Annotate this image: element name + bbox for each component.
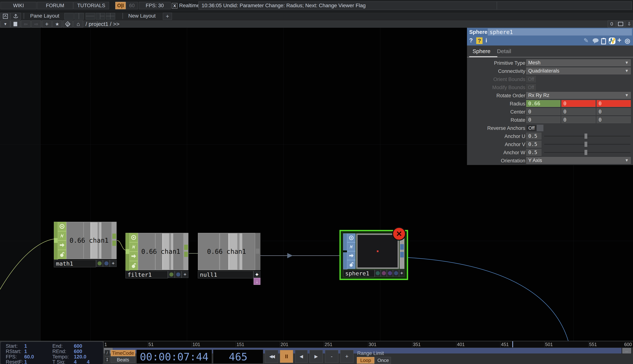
viewer-flag[interactable] (129, 233, 138, 242)
tab-sphere[interactable]: Sphere (472, 48, 490, 54)
sphere1-dot-1[interactable] (375, 270, 381, 277)
filter1-output-connector-2[interactable] (184, 252, 188, 257)
tab-detail[interactable]: Detail (497, 48, 511, 54)
breadcrumb[interactable]: / project1 / >> (86, 21, 119, 27)
node-math1[interactable]: 0.66 chan1 math1 ✦ (54, 222, 117, 267)
primitive-type-dropdown[interactable]: Mesh▼ (526, 59, 631, 66)
add-layout-button[interactable]: + (163, 13, 172, 20)
sphere1-dot-4[interactable] (393, 270, 399, 277)
math1-green-dot[interactable] (96, 260, 103, 267)
layout-left-right-split-button[interactable] (96, 13, 105, 20)
orientation-dropdown[interactable]: Y Axis▼ (526, 157, 631, 164)
lock-flag[interactable] (58, 250, 66, 259)
absolute-frame-button[interactable]: / (105, 350, 110, 356)
anchor-v-slider-handle[interactable] (584, 142, 587, 147)
forum-button[interactable]: FORUM (37, 2, 73, 9)
pane-type-dropdown[interactable]: ▼ (1, 20, 10, 28)
fps-display[interactable]: FPS: 30 (139, 2, 171, 9)
layout-quad-button[interactable] (106, 13, 115, 20)
null1-export-button[interactable]: ↓ (254, 278, 260, 285)
tsig-a-value[interactable]: 4 (74, 359, 77, 364)
sphere1-viewer[interactable] (356, 234, 399, 269)
bypass-flag[interactable] (129, 242, 138, 252)
operator-name-input[interactable]: sphere1 (488, 28, 632, 36)
loop-button[interactable]: Loop (357, 357, 374, 364)
realtime-checkbox[interactable]: X (172, 3, 178, 9)
decrement-button[interactable]: - (325, 350, 338, 363)
anchor-v-slider-track[interactable] (544, 144, 630, 145)
lock-flag[interactable] (129, 261, 138, 270)
anchor-u-field[interactable]: 0.5 (526, 132, 541, 140)
layout-single-button[interactable] (65, 13, 74, 20)
save-layout-button[interactable] (11, 13, 21, 20)
sphere1-add-comment[interactable]: ✦ (399, 270, 404, 277)
lock-flag[interactable] (347, 260, 356, 269)
add-parameter-page-button[interactable]: + (617, 36, 621, 44)
anchor-w-field[interactable]: 0.5 (526, 149, 541, 156)
filter1-green-dot[interactable] (168, 271, 175, 278)
start-value[interactable]: 1 (24, 343, 27, 349)
pane-index-button[interactable]: 0 (608, 20, 616, 27)
rotate-z-field[interactable]: 0 (596, 116, 631, 123)
playhead[interactable] (512, 341, 513, 347)
maximize-pane-button[interactable] (616, 20, 625, 27)
anchor-u-slider-handle[interactable] (584, 134, 587, 139)
bullseye-button[interactable]: ◎ (625, 37, 630, 44)
null1-add-comment[interactable]: ✦ (253, 271, 260, 278)
filter1-input-connector[interactable] (126, 249, 129, 254)
chat-bubble-icon[interactable] (592, 38, 599, 44)
connectivity-dropdown[interactable]: Quadrilaterals▼ (526, 68, 631, 74)
window-popout-button[interactable] (1, 13, 10, 20)
center-y-field[interactable]: 0 (561, 108, 596, 115)
rend-value[interactable]: 600 (74, 349, 82, 354)
node-filter1[interactable]: 0.66 chan1 filter1 ✦ (126, 233, 188, 278)
sphere1-name[interactable]: sphere1 (343, 270, 375, 277)
python-icon[interactable] (608, 37, 615, 44)
tutorials-button[interactable]: TUTORIALS (74, 2, 109, 9)
node-null1[interactable]: 0.66 chan1 null1 ✦ (198, 233, 260, 278)
once-button[interactable]: Once (375, 357, 391, 364)
viewer-flag[interactable] (347, 234, 356, 242)
jump-to-start-button[interactable]: ◀◀ (265, 350, 278, 363)
center-z-field[interactable]: 0 (596, 108, 631, 115)
filter1-add-comment[interactable]: ✦ (182, 271, 188, 278)
end-value[interactable]: 600 (74, 343, 82, 349)
reverse-anchors-toggle-block[interactable] (537, 125, 543, 131)
search-button[interactable] (63, 20, 73, 28)
rotate-y-field[interactable]: 0 (561, 116, 596, 123)
range-end-handle[interactable]: ... (622, 348, 631, 354)
viewer-flag[interactable] (58, 222, 66, 231)
filter1-viewer[interactable]: 0.66 chan1 (138, 233, 184, 270)
fps-value[interactable]: 60.0 (24, 354, 34, 360)
add-pane-button[interactable]: + (42, 20, 52, 28)
error-badge[interactable]: ✕ (392, 227, 406, 241)
home-button[interactable]: ⌂ (74, 20, 83, 28)
current-frame-display[interactable]: 465 (213, 350, 263, 364)
sphere1-output-connector[interactable] (400, 244, 404, 250)
tsig-b-value[interactable]: 4 (87, 359, 90, 364)
math1-name[interactable]: math1 (54, 260, 96, 267)
math1-viewer[interactable]: 0.66 chan1 (66, 222, 112, 259)
layout-hsplit-button[interactable] (86, 13, 95, 20)
filter1-output-connector[interactable] (184, 245, 188, 250)
stop-button[interactable] (11, 20, 20, 28)
tempo-value[interactable]: 120.0 (74, 354, 87, 360)
integer-frame-button[interactable]: I (105, 356, 110, 363)
forward-button[interactable]: ⇨ (32, 20, 41, 28)
center-x-field[interactable]: 0 (526, 108, 560, 115)
sphere1-input-connector[interactable] (343, 250, 347, 252)
oi-toggle-button[interactable]: O|I (115, 2, 126, 9)
export-flag[interactable] (58, 240, 66, 250)
step-back-button[interactable]: ◀ (295, 350, 308, 363)
sphere1-output-connector-2[interactable] (400, 252, 404, 258)
null1-viewer[interactable]: 0.66 chan1 (198, 233, 255, 270)
anchor-w-slider-track[interactable] (544, 152, 630, 153)
anchor-u-slider-track[interactable] (544, 136, 630, 136)
reverse-anchors-toggle[interactable]: Off (526, 125, 537, 131)
node-sphere1[interactable]: sphere1 ✦ ✕ (339, 230, 408, 280)
export-flag[interactable] (129, 252, 138, 261)
math1-add-comment[interactable]: ✦ (110, 260, 117, 267)
step-forward-button[interactable]: ▶ (309, 350, 323, 363)
math1-input-connector[interactable] (54, 238, 58, 243)
math1-output-connector[interactable] (112, 234, 116, 239)
